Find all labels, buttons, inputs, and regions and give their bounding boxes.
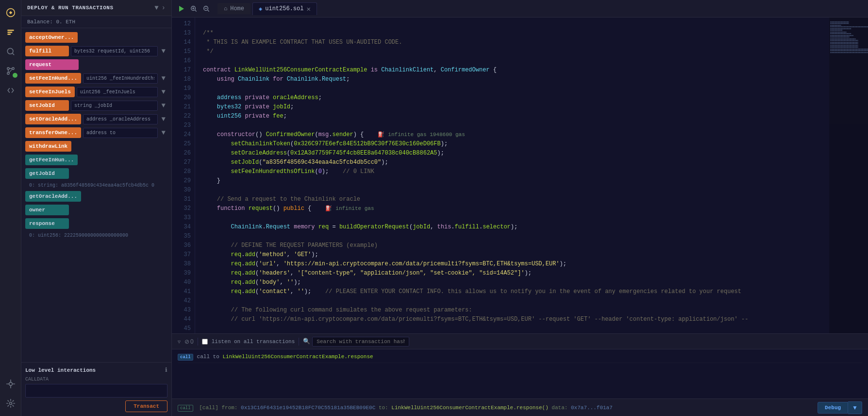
- svg-point-8: [9, 382, 12, 386]
- terminal-footer: call [call] from: 0x13C16F6431e19452B18F…: [172, 399, 868, 416]
- low-level-info-icon[interactable]: ℹ: [165, 366, 167, 374]
- response-button[interactable]: response: [25, 218, 69, 229]
- list-item: setJobId ▼: [25, 100, 167, 111]
- terminal-count: 0: [190, 338, 194, 345]
- setoracleadd-button[interactable]: setOracleAdd...: [25, 114, 81, 124]
- transferowne-expand-icon[interactable]: ▼: [160, 128, 167, 138]
- toolbar-separator-2: [299, 338, 299, 346]
- list-item: getOracleAdd...: [25, 191, 167, 202]
- setfeeinhund-button[interactable]: setFeeInHund...: [25, 73, 81, 84]
- tab-home[interactable]: ⌂ Home: [217, 3, 250, 14]
- list-item: withdrawLink: [25, 141, 167, 152]
- footer-log-content: [call] from: 0x13C16F6431e19452B18FC70C5…: [199, 405, 613, 411]
- debug-dropdown-button[interactable]: ▼: [848, 401, 862, 414]
- fulfill-expand-icon[interactable]: ▼: [160, 46, 167, 56]
- activity-bar: [0, 0, 21, 416]
- terminal-area: ▿ ⊘ 0 listen on all transactions 🔍 call …: [172, 333, 868, 416]
- activity-icon-settings[interactable]: [2, 395, 19, 412]
- setjobid-param-input[interactable]: [71, 101, 158, 111]
- sidebar-title: DEPLOY & RUN TRANSACTIONS: [27, 5, 150, 11]
- terminal-search: 🔍: [303, 337, 409, 347]
- terminal-clear-button[interactable]: ⊘ 0: [184, 338, 194, 345]
- fulfill-button[interactable]: fulfill: [25, 46, 69, 56]
- terminal-search-input[interactable]: [312, 337, 409, 347]
- debug-button[interactable]: Debug: [818, 402, 848, 414]
- zoom-out-button[interactable]: [201, 3, 212, 14]
- getoracleadd-button[interactable]: getOracleAdd...: [25, 191, 81, 202]
- activity-icon-git[interactable]: [2, 62, 19, 80]
- transferowne-button[interactable]: transferOwne...: [25, 127, 81, 138]
- setfeeinjuels-expand-icon[interactable]: ▼: [160, 87, 167, 97]
- tab-uint256-label: uint256.sol: [265, 5, 303, 12]
- list-item: getJobId: [25, 168, 167, 179]
- listen-label: listen on all transactions: [212, 339, 295, 345]
- terminal-toolbar: ▿ ⊘ 0 listen on all transactions 🔍: [172, 334, 868, 349]
- activity-icon-logo[interactable]: [2, 4, 19, 21]
- list-item: getFeeInHun...: [25, 155, 167, 165]
- terminal-log-list: call call to LinkWellUint256ConsumerCont…: [172, 349, 868, 399]
- function-list: acceptOwner... fulfill ▼ request setFeeI…: [21, 28, 171, 362]
- sidebar-header: DEPLOY & RUN TRANSACTIONS ▼ ›: [21, 0, 171, 16]
- setfeeinjuels-button[interactable]: setFeeInJuels: [25, 87, 75, 97]
- tab-close-icon[interactable]: ✕: [306, 5, 310, 13]
- terminal-search-icon: 🔍: [303, 338, 310, 345]
- request-button[interactable]: request: [25, 59, 79, 70]
- footer-log-tag: call: [178, 405, 193, 412]
- more-icon[interactable]: ›: [162, 4, 166, 12]
- svg-point-9: [9, 402, 12, 405]
- withdrawlink-button[interactable]: withdrawLink: [25, 141, 71, 152]
- tab-uint256[interactable]: ◈ uint256.sol ✕: [252, 2, 317, 15]
- log-tag-call: call: [178, 354, 193, 361]
- activity-icon-search[interactable]: [2, 43, 19, 60]
- minimap-content: ████████████████████████████████ ███████…: [829, 17, 868, 57]
- svg-marker-10: [179, 6, 184, 12]
- listen-checkbox[interactable]: [202, 339, 208, 345]
- getjobid-button[interactable]: getJobId: [25, 168, 69, 179]
- owner-button[interactable]: owner: [25, 205, 69, 215]
- transact-button[interactable]: Transact: [125, 400, 167, 412]
- list-item: request: [25, 59, 167, 70]
- list-item: fulfill ▼: [25, 46, 167, 56]
- code-content[interactable]: /** * THIS IS AN EXAMPLE CONTRACT THAT U…: [195, 17, 829, 333]
- clear-icon: ⊘: [184, 338, 189, 345]
- transferowne-param-input[interactable]: [83, 128, 158, 138]
- list-item: setFeeInJuels ▼: [25, 87, 167, 97]
- toolbar-separator: [198, 338, 198, 346]
- line-numbers: 12131415 16171819 20212223 24252627 2829…: [172, 17, 195, 333]
- low-level-section: Low level interactions ℹ CALLDATA Transa…: [21, 362, 171, 416]
- setoracleadd-param-input[interactable]: [83, 114, 158, 124]
- sidebar-panel: DEPLOY & RUN TRANSACTIONS ▼ › Balance: 0…: [21, 0, 172, 416]
- terminal-expand-button[interactable]: ▿: [178, 338, 181, 345]
- setfeeinjuels-param-input[interactable]: [77, 87, 158, 97]
- git-badge: [13, 73, 17, 78]
- activity-icon-plugin[interactable]: [2, 375, 19, 393]
- low-level-header: Low level interactions ℹ: [25, 366, 167, 374]
- run-button[interactable]: [176, 3, 186, 14]
- activity-icon-deploy[interactable]: [2, 23, 19, 41]
- fulfill-param-input[interactable]: [71, 46, 158, 56]
- main-editor-area: ⌂ Home ◈ uint256.sol ✕ 12131415 16171819…: [172, 0, 868, 416]
- expand-icon[interactable]: ▼: [154, 4, 158, 12]
- svg-rect-2: [7, 32, 12, 33]
- getfeeinhun-button[interactable]: getFeeInHun...: [25, 155, 78, 165]
- list-item: transferOwne... ▼: [25, 127, 167, 138]
- setfeeinhund-expand-icon[interactable]: ▼: [160, 73, 167, 83]
- svg-point-7: [12, 68, 14, 69]
- setfeeinhund-param-input[interactable]: [83, 73, 158, 84]
- svg-rect-3: [7, 34, 11, 35]
- setoracleadd-expand-icon[interactable]: ▼: [160, 114, 167, 124]
- activity-icon-source[interactable]: [2, 82, 19, 99]
- acceptowner-button[interactable]: acceptOwner...: [25, 32, 78, 43]
- list-item: response: [25, 218, 167, 229]
- getjobid-output: 0: string: a8356f48569c434eaa4ac5fcb4db5…: [25, 182, 167, 189]
- calldata-input[interactable]: [25, 384, 167, 398]
- setjobid-expand-icon[interactable]: ▼: [160, 101, 167, 110]
- file-icon: ◈: [259, 5, 262, 13]
- terminal-log-row: call call to LinkWellUint256ConsumerCont…: [178, 351, 862, 363]
- setjobid-button[interactable]: setJobId: [25, 100, 69, 111]
- debug-btn-area: Debug ▼: [818, 401, 862, 414]
- zoom-in-button[interactable]: [188, 3, 199, 14]
- balance-display: Balance: 0. ETH: [21, 16, 171, 28]
- home-icon: ⌂: [224, 5, 227, 12]
- list-item: acceptOwner...: [25, 32, 167, 43]
